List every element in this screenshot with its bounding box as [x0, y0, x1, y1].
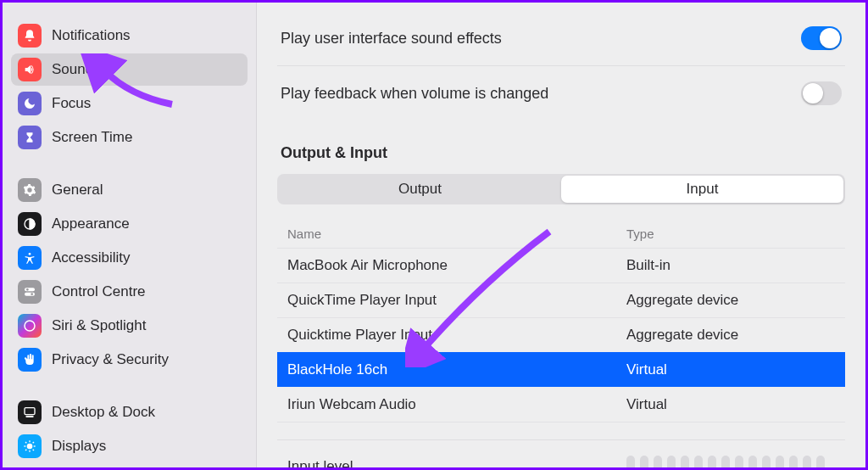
svg-line-17: [33, 442, 34, 443]
device-type: Aggregate device: [626, 327, 835, 344]
section-title-output-input: Output & Input: [281, 144, 845, 162]
hourglass-icon: [18, 126, 42, 149]
sidebar-item-notifications[interactable]: Notifications: [11, 20, 248, 52]
svg-point-1: [29, 253, 31, 255]
sidebar-item-label: Screen Time: [52, 129, 132, 146]
sidebar-item-label: Desktop & Dock: [52, 404, 155, 421]
svg-line-14: [25, 442, 26, 443]
device-name: Iriun Webcam Audio: [287, 396, 626, 413]
sidebar-item-sound[interactable]: Sound: [11, 53, 248, 86]
setting-label: Play feedback when volume is changed: [281, 85, 548, 103]
device-type: Built-in: [626, 257, 835, 274]
setting-ui-sounds: Play user interface sound effects: [277, 23, 845, 66]
control-icon: [18, 280, 42, 304]
col-type: Type: [626, 227, 835, 241]
device-row[interactable]: QuickTime Player Input Aggregate device: [277, 283, 845, 317]
device-row[interactable]: MacBook Air Microphone Built-in: [277, 248, 845, 283]
sidebar-item-label: General: [52, 182, 103, 199]
sidebar-item-label: Focus: [52, 95, 91, 112]
setting-label: Play user interface sound effects: [281, 30, 502, 48]
svg-point-6: [25, 321, 35, 331]
displays-icon: [18, 434, 42, 458]
svg-point-4: [26, 288, 29, 291]
settings-window: Notifications Sound Focus Screen Time: [0, 0, 868, 470]
sidebar-item-privacy-security[interactable]: Privacy & Security: [11, 344, 248, 376]
device-row[interactable]: Quicktime Player Input Aggregate device: [277, 317, 845, 352]
device-name: QuickTime Player Input: [287, 292, 626, 309]
segmented-output-input[interactable]: Output Input: [277, 174, 845, 204]
svg-rect-8: [25, 416, 33, 417]
sidebar-item-label: Notifications: [52, 27, 131, 44]
siri-icon: [18, 314, 42, 338]
sidebar-item-siri-spotlight[interactable]: Siri & Spotlight: [11, 310, 248, 342]
device-type: Virtual: [626, 396, 835, 413]
appearance-icon: [18, 212, 42, 236]
sidebar-item-desktop-dock[interactable]: Desktop & Dock: [11, 396, 248, 428]
toggle-volume-feedback[interactable]: [801, 81, 842, 105]
device-name: Quicktime Player Input: [287, 327, 626, 344]
svg-point-9: [27, 444, 33, 450]
device-row-selected[interactable]: BlackHole 16ch Virtual: [277, 352, 845, 387]
sidebar-item-focus[interactable]: Focus: [11, 87, 248, 120]
sidebar-item-label: Displays: [52, 438, 106, 455]
device-name: BlackHole 16ch: [287, 361, 626, 378]
svg-line-15: [33, 450, 34, 450]
sidebar-item-label: Appearance: [52, 215, 130, 232]
sidebar-item-displays[interactable]: Displays: [11, 430, 248, 462]
col-name: Name: [287, 227, 626, 241]
sidebar-item-label: Privacy & Security: [52, 351, 169, 368]
sidebar-item-accessibility[interactable]: Accessibility: [11, 242, 248, 274]
tab-input[interactable]: Input: [561, 176, 843, 203]
accessibility-icon: [18, 246, 42, 270]
svg-rect-3: [25, 293, 35, 296]
bell-icon: [18, 24, 42, 48]
sidebar-item-label: Siri & Spotlight: [52, 317, 147, 334]
input-level-label: Input level: [287, 458, 626, 467]
input-level-row: Input level: [277, 439, 845, 467]
svg-rect-2: [25, 288, 35, 291]
sidebar: Notifications Sound Focus Screen Time: [3, 3, 257, 467]
dock-icon: [18, 400, 42, 424]
device-table-header: Name Type: [277, 220, 845, 248]
moon-icon: [18, 92, 42, 115]
setting-volume-feedback: Play feedback when volume is changed: [277, 78, 845, 120]
gear-icon: [18, 178, 42, 202]
sidebar-item-label: Control Centre: [52, 283, 146, 300]
svg-point-5: [31, 293, 33, 295]
toggle-ui-sounds[interactable]: [801, 26, 842, 50]
svg-line-16: [25, 450, 26, 450]
device-name: MacBook Air Microphone: [287, 257, 626, 274]
svg-rect-7: [25, 408, 35, 415]
sidebar-item-label: Accessibility: [52, 249, 131, 266]
input-level-meter: [626, 456, 825, 467]
device-type: Aggregate device: [626, 292, 835, 309]
sidebar-item-label: Sound: [52, 61, 93, 78]
tab-output[interactable]: Output: [279, 176, 561, 203]
sidebar-item-appearance[interactable]: Appearance: [11, 208, 248, 240]
sidebar-item-screen-time[interactable]: Screen Time: [11, 121, 248, 154]
sidebar-item-control-centre[interactable]: Control Centre: [11, 276, 248, 308]
device-row[interactable]: Iriun Webcam Audio Virtual: [277, 387, 845, 422]
sidebar-item-general[interactable]: General: [11, 174, 248, 206]
speaker-icon: [18, 58, 42, 81]
device-type: Virtual: [626, 361, 835, 378]
main-panel: Play user interface sound effects Play f…: [257, 3, 865, 467]
hand-icon: [18, 348, 42, 372]
